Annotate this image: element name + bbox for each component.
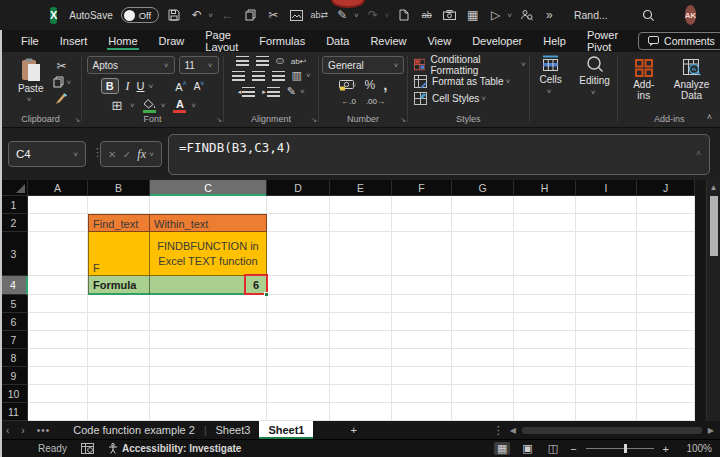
clipboard-dialog-launcher-icon[interactable]: ↘ (74, 116, 80, 124)
align-right-button[interactable] (272, 71, 285, 81)
alignment-dialog-launcher-icon[interactable]: ↘ (311, 116, 317, 124)
grow-font-button[interactable]: A˄ (175, 80, 186, 93)
font-size-select[interactable]: 11˅ (179, 56, 219, 74)
zoom-slider[interactable] (586, 448, 654, 449)
number-dialog-launcher-icon[interactable]: ↘ (400, 116, 406, 124)
cell-b3[interactable]: F (88, 232, 150, 276)
sheet-tab-code-function-example-2[interactable]: Code function example 2 (64, 421, 204, 439)
autosave-toggle[interactable]: Off (121, 7, 160, 23)
strikethrough-icon[interactable]: ab (418, 7, 435, 24)
borders-button[interactable]: ⊞ (109, 98, 125, 113)
zoom-out-icon[interactable]: − (570, 443, 576, 455)
cell-styles-button[interactable]: Cell Styles˅ (414, 90, 486, 107)
italic-button[interactable]: I (126, 79, 130, 94)
tab-file[interactable]: File (20, 32, 40, 50)
cut-icon[interactable]: ✂ (265, 7, 282, 24)
bold-button[interactable]: B (101, 78, 119, 94)
tab-home[interactable]: Home (107, 32, 138, 50)
vertical-scrollbar-thumb[interactable] (710, 196, 718, 256)
table-lookup-icon[interactable]: ▦ (464, 7, 481, 24)
row-header-11[interactable]: 11 (0, 403, 28, 421)
row-header-3[interactable]: 3 (0, 232, 28, 276)
play-macro-icon[interactable]: ▷ (487, 7, 504, 24)
sheet-tab-sheet1-active[interactable]: Sheet1 (259, 421, 313, 439)
tabbar-more-icon[interactable]: ⋮ (493, 424, 504, 437)
font-dialog-launcher-icon[interactable]: ↘ (216, 116, 222, 124)
cell-c4-active[interactable]: 6 (150, 276, 267, 295)
row-header-7[interactable]: 7 (0, 331, 28, 349)
column-header-g[interactable]: G (452, 180, 514, 196)
replace-icon[interactable]: ab⇄ (311, 7, 328, 24)
orientation-button[interactable]: ✎ (287, 85, 296, 98)
cells-button[interactable]: Cells ˅ (530, 52, 572, 127)
accessibility-status[interactable]: Accessibility: Investigate (108, 443, 242, 454)
tab-draw[interactable]: Draw (158, 32, 186, 50)
page-break-view-icon[interactable]: ◫ (545, 442, 561, 455)
percent-style-button[interactable]: % (365, 78, 376, 92)
fill-color-chevron-icon[interactable]: ˅ (161, 101, 166, 110)
align-top-button[interactable] (236, 56, 249, 66)
number-format-select[interactable]: General˅ (322, 56, 404, 74)
borders-chevron-icon[interactable]: ˅ (130, 101, 135, 110)
macro-record-icon[interactable] (81, 443, 94, 454)
column-header-b[interactable]: B (88, 180, 150, 196)
conditional-formatting-button[interactable]: Conditional Formatting˅ (414, 56, 526, 73)
normal-view-icon[interactable]: ▦ (494, 442, 510, 455)
tab-help[interactable]: Help (542, 32, 567, 50)
comma-style-button[interactable]: , (383, 81, 387, 89)
select-all-corner[interactable] (0, 180, 28, 196)
comments-button[interactable]: Comments (638, 32, 720, 50)
sheet-prev-icon[interactable]: ‹ (0, 425, 15, 436)
zoom-in-icon[interactable]: + (663, 443, 669, 455)
all-sheets-icon[interactable]: ••• (31, 425, 57, 436)
picture-stamp-icon[interactable] (288, 10, 305, 21)
row-header-10[interactable]: 10 (0, 385, 28, 403)
vertical-scrollbar[interactable]: ▲ (706, 180, 720, 421)
format-painter-button[interactable] (53, 91, 69, 106)
tab-data[interactable]: Data (325, 32, 350, 50)
camera-icon[interactable] (441, 10, 458, 20)
tab-formulas[interactable]: Formulas (258, 32, 306, 50)
column-header-e[interactable]: E (330, 180, 392, 196)
accounting-format-button[interactable]: ˅ (339, 80, 357, 91)
horizontal-scrollbar-thumb[interactable] (522, 427, 702, 434)
excel-logo-icon[interactable]: X (50, 7, 57, 24)
tab-insert[interactable]: Insert (59, 32, 89, 50)
fill-color-button[interactable] (143, 99, 156, 113)
zoom-slider-thumb[interactable] (624, 444, 627, 453)
more-commands-icon[interactable]: » (541, 7, 558, 24)
play-chevron-icon[interactable]: ˅ (507, 11, 512, 20)
font-name-select[interactable]: Aptos˅ (87, 56, 175, 74)
wrap-text-button[interactable]: ab↩ (291, 57, 307, 66)
row-header-2[interactable]: 2 (0, 214, 28, 232)
confirm-entry-icon[interactable]: ✓ (123, 149, 131, 160)
row-header-9[interactable]: 9 (0, 367, 28, 385)
column-header-f[interactable]: F (392, 180, 452, 196)
cell-a1[interactable] (28, 196, 88, 214)
align-center-button[interactable] (252, 71, 265, 81)
tab-view[interactable]: View (426, 32, 452, 50)
scroll-up-icon[interactable]: ▲ (710, 183, 718, 192)
cell-c1[interactable] (150, 196, 267, 214)
tab-developer[interactable]: Developer (471, 32, 523, 50)
column-header-h[interactable]: H (514, 180, 576, 196)
column-header-d[interactable]: D (267, 180, 330, 196)
font-color-chevron-icon[interactable]: ˅ (191, 101, 196, 110)
lightbulb-icon[interactable] (716, 9, 720, 22)
ink-pen-icon[interactable]: ✎ (334, 7, 351, 24)
font-color-button[interactable]: A (173, 99, 186, 113)
cut-button[interactable]: ✂ (53, 58, 69, 73)
cell-b4[interactable]: Formula (88, 276, 150, 295)
insert-function-button[interactable]: fx (137, 147, 146, 162)
decrease-indent-button[interactable]: ◂ (238, 87, 256, 97)
paste-button[interactable]: Paste ˅ (10, 56, 52, 106)
cancel-entry-icon[interactable]: ✕ (108, 149, 116, 160)
column-header-i[interactable]: I (576, 180, 637, 196)
copy-button[interactable]: ˅ (53, 76, 71, 88)
avatar[interactable]: AK (685, 5, 697, 25)
sheet-tab-sheet3[interactable]: Sheet3 (207, 421, 260, 439)
underline-chevron-icon[interactable]: ˅ (149, 82, 154, 91)
formula-input[interactable]: =FINDB(B3,C3,4) ˄ (168, 134, 710, 175)
increase-indent-button[interactable]: ▸ (262, 87, 280, 97)
person-search-icon[interactable] (518, 9, 535, 21)
